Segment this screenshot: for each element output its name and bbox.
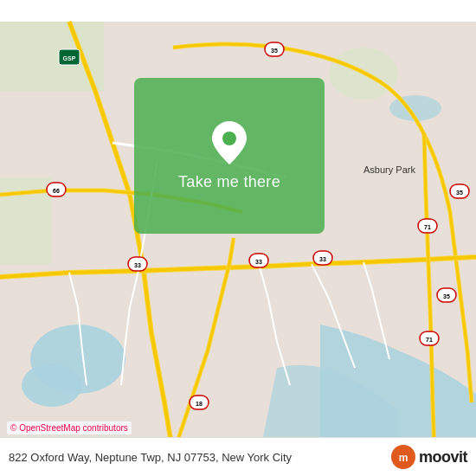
- svg-text:35: 35: [456, 190, 463, 196]
- svg-text:35: 35: [443, 293, 450, 299]
- moovit-text: moovit: [419, 448, 467, 466]
- svg-rect-4: [0, 22, 104, 91]
- osm-credit: © OpenStreetMap contributors: [7, 421, 132, 434]
- svg-text:18: 18: [196, 401, 203, 407]
- take-me-there-button[interactable]: Take me there: [178, 173, 280, 191]
- svg-point-2: [22, 363, 82, 407]
- svg-text:33: 33: [255, 259, 262, 265]
- svg-text:71: 71: [424, 224, 431, 230]
- svg-text:GSP: GSP: [63, 55, 76, 61]
- location-pin-icon: [212, 121, 247, 164]
- svg-text:66: 66: [53, 188, 60, 194]
- info-bar: 822 Oxford Way, Neptune Twp, NJ 07753, N…: [0, 437, 476, 476]
- address-text: 822 Oxford Way, Neptune Twp, NJ 07753, N…: [9, 451, 292, 464]
- osm-link[interactable]: OpenStreetMap contributors: [19, 423, 128, 433]
- svg-text:35: 35: [271, 48, 278, 54]
- svg-text:33: 33: [319, 256, 326, 262]
- map-container: GSP 35 35 66 33 33 33 18 71 71 Asbury Pa…: [0, 0, 476, 476]
- osm-credit-text: ©: [10, 423, 19, 433]
- moovit-icon: m: [391, 445, 415, 469]
- svg-text:33: 33: [134, 262, 141, 268]
- svg-text:Asbury Park: Asbury Park: [363, 164, 415, 175]
- highlight-box: Take me there: [134, 78, 325, 234]
- svg-text:m: m: [399, 452, 408, 464]
- svg-text:71: 71: [426, 337, 433, 343]
- svg-point-30: [222, 132, 236, 145]
- map-svg: GSP 35 35 66 33 33 33 18 71 71 Asbury Pa…: [0, 0, 476, 476]
- moovit-logo[interactable]: m moovit: [391, 445, 467, 469]
